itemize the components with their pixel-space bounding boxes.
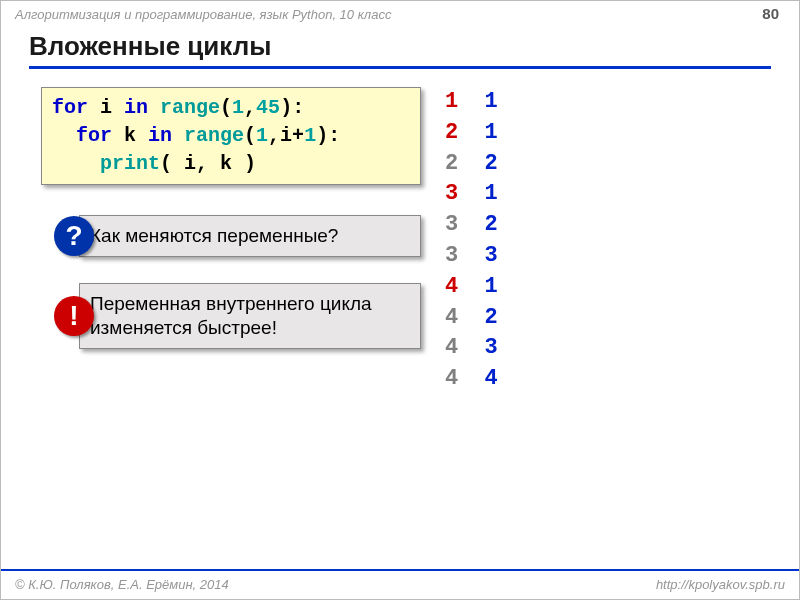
output-i: 3 [445,243,458,268]
output-i: 4 [445,305,458,330]
exclaim-callout: ! Переменная внутреннего цикла изменяетс… [79,283,421,349]
code-num: 1 [232,96,244,119]
question-callout: ? Как меняются переменные? [79,215,421,257]
output-row: 3 2 [445,210,498,241]
copyright: © К.Ю. Поляков, Е.А. Ерёмин, 2014 [15,577,229,592]
output-k: 1 [485,181,498,206]
breadcrumb: Алгоритмизация и программирование, язык … [1,1,799,27]
output-k: 1 [485,120,498,145]
code-text: ): [316,124,340,147]
code-fn: range [172,124,244,147]
output-row: 1 1 [445,87,498,118]
output-k: 4 [485,366,498,391]
output-i: 3 [445,212,458,237]
output-row: 3 3 [445,241,498,272]
output-row: 4 4 [445,364,498,395]
output-row: 4 2 [445,303,498,334]
output-i: 2 [445,120,458,145]
code-num: 1 [304,124,316,147]
code-text: ( [244,124,256,147]
output-i: 3 [445,181,458,206]
code-fn: print [100,152,160,175]
output-i: 1 [445,89,458,114]
page-title: Вложенные циклы [29,31,771,69]
output-block: 1 12 12 23 13 23 34 14 24 34 4 [445,87,498,395]
footer-link: http://kpolyakov.spb.ru [656,577,785,592]
output-i: 4 [445,335,458,360]
output-i: 4 [445,274,458,299]
output-row: 2 2 [445,149,498,180]
code-text: ,i+ [268,124,304,147]
output-k: 3 [485,243,498,268]
code-text: i [88,96,124,119]
question-text: Как меняются переменные? [90,225,338,246]
question-badge-icon: ? [54,216,94,256]
code-text: ( [220,96,232,119]
code-text [52,124,76,147]
output-row: 3 1 [445,179,498,210]
output-row: 4 3 [445,333,498,364]
exclaim-text: Переменная внутреннего цикла изменяется … [90,293,372,338]
output-k: 3 [485,335,498,360]
code-kw: in [148,124,172,147]
footer: © К.Ю. Поляков, Е.А. Ерёмин, 2014 http:/… [1,569,799,599]
code-kw: for [52,96,88,119]
code-text: , [244,96,256,119]
output-row: 2 1 [445,118,498,149]
code-fn: range [148,96,220,119]
output-k: 1 [485,274,498,299]
breadcrumb-text: Алгоритмизация и программирование, язык … [15,7,391,22]
code-kw: in [124,96,148,119]
page-number: 80 [762,5,779,22]
code-num: 1 [256,124,268,147]
slide: Алгоритмизация и программирование, язык … [0,0,800,600]
output-k: 2 [485,305,498,330]
output-i: 4 [445,366,458,391]
output-k: 2 [485,212,498,237]
output-k: 1 [485,89,498,114]
exclaim-badge-icon: ! [54,296,94,336]
code-num: 45 [256,96,280,119]
code-text: ): [280,96,304,119]
code-text: ( i, k ) [160,152,256,175]
code-text [52,152,100,175]
output-i: 2 [445,151,458,176]
output-row: 4 1 [445,272,498,303]
code-text: k [112,124,148,147]
code-block: for i in range(1,45): for k in range(1,i… [41,87,421,185]
code-kw: for [76,124,112,147]
output-k: 2 [485,151,498,176]
